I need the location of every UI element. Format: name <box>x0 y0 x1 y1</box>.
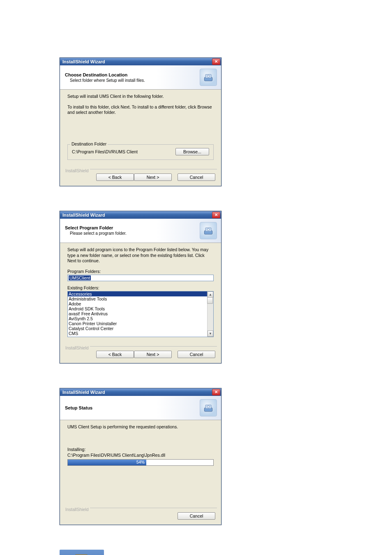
titlebar-text: InstallShield Wizard <box>62 213 105 217</box>
installing-label: Installing: <box>67 447 214 452</box>
installing-path: C:\Program Files\DVR\UMS Client\Lang\Jpn… <box>67 453 214 458</box>
existing-folders-label: Existing Folders: <box>67 285 214 290</box>
list-item[interactable]: CMS <box>68 331 213 336</box>
wizard-header: Setup Status <box>60 396 221 420</box>
list-item[interactable]: AviSynth 2.5 <box>68 316 213 321</box>
progress-text: 54% <box>68 460 213 465</box>
body-text-2: To install to this folder, click Next. T… <box>67 104 214 116</box>
list-item[interactable]: Administrative Tools <box>68 296 213 301</box>
next-button[interactable]: Next > <box>134 351 172 358</box>
brand-label: InstallShield <box>64 168 90 173</box>
close-icon[interactable]: ✕ <box>212 58 220 65</box>
progress-bar: 54% <box>67 459 214 466</box>
list-item[interactable]: avast! Free Antivirus <box>68 311 213 316</box>
header-title: Choose Destination Location <box>65 72 145 77</box>
scroll-up-icon[interactable]: ▲ <box>208 291 213 298</box>
installer-icon <box>200 399 217 416</box>
wizard-header: Select Program Folder Please select a pr… <box>60 219 221 243</box>
wizard-program-folder-dialog: InstallShield Wizard ✕ Select Program Fo… <box>60 211 221 363</box>
wizard-header: Choose Destination Location Select folde… <box>60 65 221 90</box>
desktop-shortcut[interactable]: UMS Client <box>60 550 104 555</box>
header-subtitle: Select folder where Setup will install f… <box>70 78 145 83</box>
program-folders-label: Program Folders: <box>67 269 214 274</box>
destination-legend: Destination Folder <box>70 141 108 146</box>
list-item[interactable]: Catalyst Control Center <box>68 326 213 331</box>
list-item[interactable]: Canon Printer Uninstaller <box>68 321 213 326</box>
back-button[interactable]: < Back <box>96 173 134 181</box>
program-folder-input[interactable]: UMSClient <box>67 275 214 281</box>
next-button[interactable]: Next > <box>134 173 172 181</box>
cancel-button[interactable]: Cancel <box>178 512 215 520</box>
destination-path: C:\Program Files\DVR\UMS Client <box>72 149 138 154</box>
installer-icon <box>200 222 217 239</box>
header-subtitle: Please select a program folder. <box>70 231 127 236</box>
wizard-setup-status-dialog: InstallShield Wizard ✕ Setup Status UMS … <box>60 388 221 525</box>
cancel-button[interactable]: Cancel <box>178 173 215 181</box>
brand-label: InstallShield <box>64 345 90 350</box>
header-title: Select Program Folder <box>65 225 127 230</box>
body-text-1: Setup will install UMS Client in the fol… <box>67 94 214 99</box>
svg-point-2 <box>207 75 209 77</box>
titlebar[interactable]: InstallShield Wizard ✕ <box>60 388 221 396</box>
brand-label: InstallShield <box>64 507 90 512</box>
list-item[interactable]: Accessories <box>68 291 213 296</box>
list-item[interactable]: Adobe <box>68 301 213 306</box>
titlebar-text: InstallShield Wizard <box>62 390 105 395</box>
titlebar-text: InstallShield Wizard <box>62 59 105 64</box>
close-icon[interactable]: ✕ <box>212 212 220 218</box>
list-item[interactable]: Android SDK Tools <box>68 306 213 311</box>
existing-folders-list[interactable]: Accessories Administrative Tools Adobe A… <box>67 291 214 337</box>
header-title: Setup Status <box>65 405 92 410</box>
installer-icon <box>200 69 217 86</box>
svg-point-8 <box>207 406 209 408</box>
scroll-down-icon[interactable]: ▼ <box>208 331 213 337</box>
titlebar[interactable]: InstallShield Wizard ✕ <box>60 58 221 65</box>
close-icon[interactable]: ✕ <box>212 389 220 395</box>
ums-client-icon <box>71 553 92 555</box>
titlebar[interactable]: InstallShield Wizard ✕ <box>60 211 221 219</box>
svg-point-5 <box>207 229 209 231</box>
scroll-thumb[interactable] <box>207 297 213 304</box>
browse-button[interactable]: Browse... <box>175 148 209 155</box>
status-text: UMS Client Setup is performing the reque… <box>67 424 214 430</box>
body-text: Setup will add program icons to the Prog… <box>67 247 214 264</box>
destination-folder-group: Destination Folder C:\Program Files\DVR\… <box>67 144 214 160</box>
wizard-destination-dialog: InstallShield Wizard ✕ Choose Destinatio… <box>60 58 221 186</box>
cancel-button[interactable]: Cancel <box>178 351 215 358</box>
back-button[interactable]: < Back <box>96 351 134 358</box>
scrollbar[interactable]: ▲ ▼ <box>207 291 213 337</box>
